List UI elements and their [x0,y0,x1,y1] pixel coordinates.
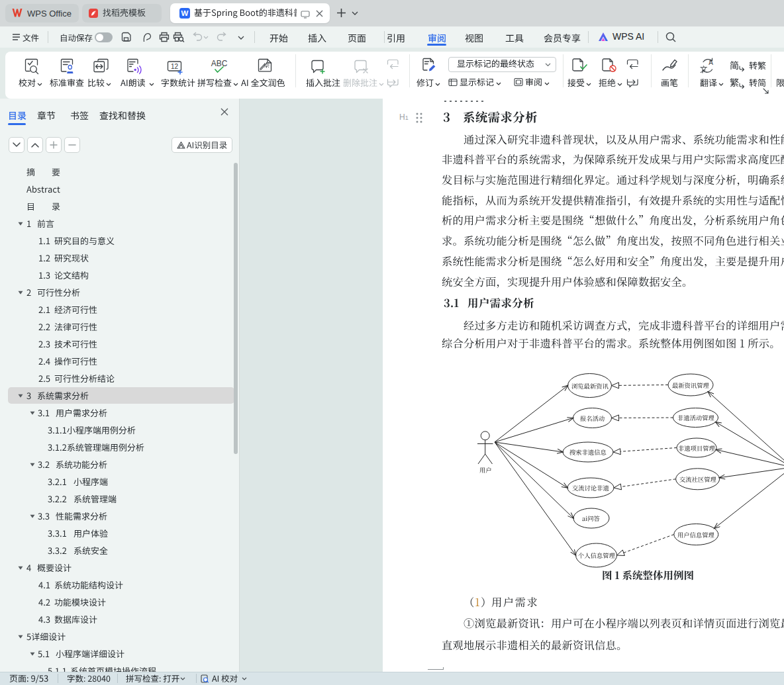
svg-text:W: W [181,9,189,17]
svg-text:12: 12 [171,63,179,70]
svg-text:A: A [709,59,713,66]
svg-text:ABC: ABC [211,59,228,68]
